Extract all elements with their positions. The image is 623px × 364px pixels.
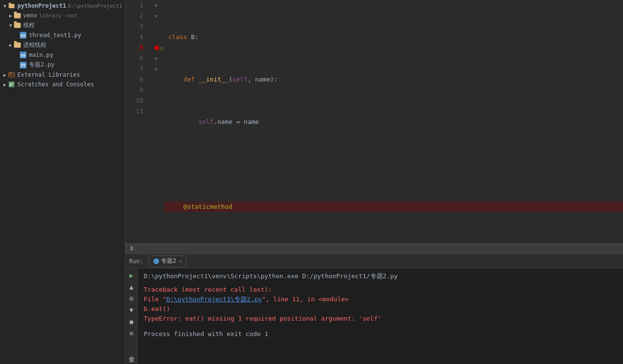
run-settings-button[interactable]: ⚙ (127, 294, 136, 303)
run-error-line: TypeError: eat() missing 1 required posi… (144, 314, 617, 324)
py-main-icon: py (19, 51, 27, 59)
topic2-label: 专题2.py (29, 61, 54, 69)
arrow-main (14, 53, 19, 58)
run-spacer2 (144, 324, 617, 329)
run-traceback-header: Traceback (most recent call last): (144, 285, 617, 295)
run-tab-topic2[interactable]: 专题2 ✕ (149, 256, 186, 267)
process-label: 进程线程 (23, 41, 46, 49)
code-line-2: def __init__(self, name): (168, 74, 619, 85)
code-content[interactable]: class B: def __init__(self, name): self.… (164, 0, 623, 243)
run-label: Run: (129, 258, 143, 265)
line-num-4: 4 (125, 32, 143, 42)
main-label: main.py (29, 52, 54, 58)
gutter-line-7: ▼ (147, 64, 164, 74)
run-tab-name: 专题2 (161, 257, 176, 265)
run-panel: Run: 专题2 ✕ ▶ ▲ ⚙ ▼ ◼ ≡ 🗑 (125, 253, 623, 364)
folder-venv-icon (14, 12, 21, 19)
run-spacer1 (144, 281, 617, 285)
run-body: ▶ ▲ ⚙ ▼ ◼ ≡ 🗑 D:\pythonProject1\venv\Scr… (125, 269, 623, 364)
run-stop-button[interactable]: ◼ (127, 317, 136, 326)
arrow-extlibs: ▶ (2, 72, 8, 78)
run-scroll-down-button[interactable]: ▼ (127, 305, 136, 315)
svg-rect-2 (9, 73, 14, 77)
arrow-venv: ▶ (8, 13, 14, 18)
project-icon (8, 2, 15, 10)
line-num-1: 1 (125, 0, 143, 11)
gutter-line-4 (147, 32, 164, 42)
line-num-3: 3 (125, 21, 143, 32)
arrow-thread-test1 (14, 33, 19, 38)
gutter-line-8 (147, 74, 164, 85)
run-layout-button[interactable]: ≡ (127, 328, 136, 338)
gutter-line-11 (147, 106, 164, 117)
fold-2[interactable]: ▼ (154, 13, 157, 19)
project-path: D:\pythonProject1 (68, 3, 122, 9)
run-output: D:\pythonProject1\venv\Scripts\python.ex… (138, 269, 623, 364)
sidebar-item-topic2[interactable]: py 专题2.py (0, 60, 125, 70)
gutter-line-2: ▼ (147, 11, 164, 21)
svg-rect-5 (10, 72, 12, 73)
editor-status: B (125, 243, 623, 253)
sidebar-item-extlibs[interactable]: ▶ External Libraries (0, 70, 125, 80)
warning-icon-5: ⚠ (160, 44, 163, 51)
line-num-11: 11 (125, 106, 143, 117)
line-num-6: 6 (125, 53, 143, 64)
run-scroll-up-button[interactable]: ▲ (127, 282, 136, 292)
threads-label: 线程 (23, 21, 35, 29)
editor-status-label: B (130, 245, 134, 252)
folder-threads-icon (14, 22, 21, 29)
gutter-line-3 (147, 21, 164, 32)
line-num-10: 10 (125, 95, 143, 106)
code-line-3: self.name = name (168, 117, 619, 127)
fold-7[interactable]: ▼ (154, 67, 157, 72)
sidebar-item-thread-test1[interactable]: py thread_test1.py (0, 30, 125, 40)
line-num-5: 5 (125, 42, 143, 53)
run-clear-button[interactable]: 🗑 (127, 354, 136, 364)
run-tab-close[interactable]: ✕ (179, 258, 182, 264)
sidebar-item-scratches[interactable]: ▶ Scratches and Consoles (0, 80, 125, 89)
gutter-line-9 (147, 85, 164, 95)
gutter-line-1: ▼ (147, 0, 164, 11)
run-call-line: b.eat() (144, 304, 617, 314)
line-numbers: 1 2 3 4 5 6 7 8 9 10 11 (125, 0, 147, 243)
line-num-2: 2 (125, 11, 143, 21)
run-command-line: D:\pythonProject1\venv\Scripts\python.ex… (144, 271, 617, 281)
line-num-7: 7 (125, 64, 143, 74)
venv-sublabel: library root (39, 13, 77, 19)
scratches-label: Scratches and Consoles (17, 81, 94, 88)
breakpoint-dot-5 (154, 45, 159, 50)
sidebar-item-threads[interactable]: ▼ 线程 (0, 20, 125, 30)
run-tab-icon (153, 258, 159, 264)
project-name: pythonProject1 (17, 2, 66, 9)
folder-process-icon (14, 41, 21, 49)
run-file-link[interactable]: D:\pythonProject1\专题2.py (166, 296, 262, 303)
svg-rect-0 (9, 4, 14, 8)
editor: 1 2 3 4 5 6 7 8 9 10 11 ▼ ▼ (125, 0, 623, 253)
sidebar-item-main[interactable]: py main.py (0, 50, 125, 60)
code-line-5: @staticmethod (164, 202, 623, 212)
code-area[interactable]: 1 2 3 4 5 6 7 8 9 10 11 ▼ ▼ (125, 0, 623, 243)
sidebar-item-process-threads[interactable]: ▶ 进程线程 (0, 40, 125, 50)
py-thread-test1-icon: py (19, 31, 27, 39)
run-file-line: File "D:\pythonProject1\专题2.py", line 11… (144, 295, 617, 304)
arrow-topic2 (14, 62, 19, 67)
gutter: ▼ ▼ ⚠ ▼ (147, 0, 164, 243)
extlibs-icon (8, 71, 15, 79)
fold-6[interactable]: ▼ (154, 56, 157, 61)
py-topic2-icon: py (19, 61, 27, 69)
sidebar-item-venv[interactable]: ▶ venv library root (0, 11, 125, 20)
venv-label: venv (23, 12, 37, 19)
gutter-line-6: ▼ (147, 53, 164, 64)
scratches-icon (8, 81, 15, 88)
sidebar-item-project[interactable]: ▼ pythonProject1 D:\pythonProject1 (0, 1, 125, 11)
thread-test1-label: thread_test1.py (29, 32, 81, 39)
gutter-line-10 (147, 95, 164, 106)
sidebar: ▼ pythonProject1 D:\pythonProject1 ▶ ven… (0, 0, 125, 364)
fold-1[interactable]: ▼ (154, 3, 157, 8)
svg-rect-1 (9, 3, 11, 4)
run-play-button[interactable]: ▶ (127, 270, 136, 280)
code-line-1: class B: (168, 32, 619, 42)
code-line-4 (168, 159, 619, 170)
arrow-process: ▶ (8, 42, 14, 48)
main-area: 1 2 3 4 5 6 7 8 9 10 11 ▼ ▼ (125, 0, 623, 364)
